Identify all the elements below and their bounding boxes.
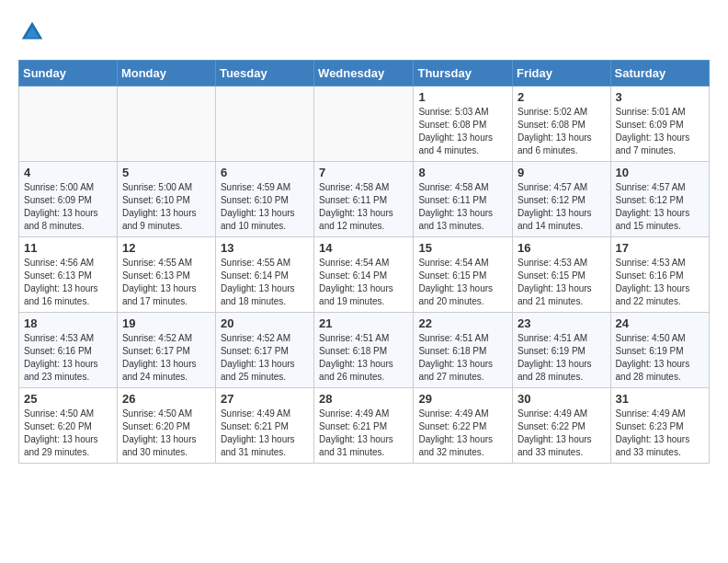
day-number: 9: [518, 166, 606, 179]
day-number: 29: [418, 392, 507, 406]
calendar-cell: 30Sunrise: 4:49 AM Sunset: 6:22 PM Dayli…: [513, 388, 611, 464]
day-info: Sunrise: 4:53 AM Sunset: 6:15 PM Dayligh…: [518, 257, 606, 308]
calendar-week-row: 1Sunrise: 5:03 AM Sunset: 6:08 PM Daylig…: [19, 86, 710, 162]
day-info: Sunrise: 4:49 AM Sunset: 6:21 PM Dayligh…: [221, 408, 309, 459]
calendar-cell: 8Sunrise: 4:58 AM Sunset: 6:11 PM Daylig…: [414, 162, 513, 237]
day-info: Sunrise: 4:49 AM Sunset: 6:22 PM Dayligh…: [518, 408, 606, 459]
day-info: Sunrise: 4:51 AM Sunset: 6:19 PM Dayligh…: [518, 332, 606, 384]
calendar-cell: 4Sunrise: 5:00 AM Sunset: 6:09 PM Daylig…: [19, 162, 118, 237]
calendar-week-row: 4Sunrise: 5:00 AM Sunset: 6:09 PM Daylig…: [19, 162, 710, 237]
day-info: Sunrise: 4:49 AM Sunset: 6:22 PM Dayligh…: [418, 408, 507, 459]
day-number: 27: [221, 392, 309, 406]
calendar-cell: 25Sunrise: 4:50 AM Sunset: 6:20 PM Dayli…: [19, 388, 118, 464]
day-number: 2: [518, 90, 606, 104]
day-number: 24: [616, 316, 704, 330]
calendar-cell: 5Sunrise: 5:00 AM Sunset: 6:10 PM Daylig…: [117, 162, 215, 237]
day-number: 22: [418, 316, 507, 330]
day-number: 7: [319, 166, 408, 179]
day-number: 1: [418, 90, 507, 104]
calendar-cell: 11Sunrise: 4:56 AM Sunset: 6:13 PM Dayli…: [19, 237, 118, 313]
calendar-cell: 17Sunrise: 4:53 AM Sunset: 6:16 PM Dayli…: [610, 237, 709, 313]
day-info: Sunrise: 5:02 AM Sunset: 6:08 PM Dayligh…: [518, 106, 606, 157]
calendar-cell: 3Sunrise: 5:01 AM Sunset: 6:09 PM Daylig…: [610, 86, 709, 162]
calendar-cell: 23Sunrise: 4:51 AM Sunset: 6:19 PM Dayli…: [513, 313, 611, 388]
calendar-cell: 15Sunrise: 4:54 AM Sunset: 6:15 PM Dayli…: [414, 237, 513, 313]
calendar-cell: 14Sunrise: 4:54 AM Sunset: 6:14 PM Dayli…: [314, 237, 414, 313]
day-number: 16: [518, 241, 606, 255]
day-info: Sunrise: 5:00 AM Sunset: 6:10 PM Dayligh…: [122, 181, 210, 233]
day-info: Sunrise: 4:52 AM Sunset: 6:17 PM Dayligh…: [122, 332, 210, 384]
day-info: Sunrise: 4:58 AM Sunset: 6:11 PM Dayligh…: [319, 181, 408, 233]
day-info: Sunrise: 4:50 AM Sunset: 6:20 PM Dayligh…: [24, 408, 112, 459]
day-number: 13: [221, 241, 309, 255]
calendar-cell: 29Sunrise: 4:49 AM Sunset: 6:22 PM Dayli…: [414, 388, 513, 464]
day-number: 26: [122, 392, 210, 406]
day-number: 23: [518, 316, 606, 330]
day-number: 20: [221, 316, 309, 330]
day-number: 12: [122, 241, 210, 255]
calendar-week-row: 25Sunrise: 4:50 AM Sunset: 6:20 PM Dayli…: [19, 388, 710, 464]
day-info: Sunrise: 4:59 AM Sunset: 6:10 PM Dayligh…: [221, 181, 309, 233]
day-info: Sunrise: 4:54 AM Sunset: 6:15 PM Dayligh…: [418, 257, 507, 308]
day-info: Sunrise: 4:49 AM Sunset: 6:21 PM Dayligh…: [319, 408, 408, 459]
calendar-cell: 26Sunrise: 4:50 AM Sunset: 6:20 PM Dayli…: [117, 388, 215, 464]
calendar-cell: 2Sunrise: 5:02 AM Sunset: 6:08 PM Daylig…: [513, 86, 611, 162]
day-of-week-header: Monday: [117, 61, 215, 86]
calendar-cell: 1Sunrise: 5:03 AM Sunset: 6:08 PM Daylig…: [414, 86, 513, 162]
calendar-cell: 31Sunrise: 4:49 AM Sunset: 6:23 PM Dayli…: [610, 388, 709, 464]
calendar-cell: 16Sunrise: 4:53 AM Sunset: 6:15 PM Dayli…: [513, 237, 611, 313]
day-number: 6: [221, 166, 309, 179]
day-of-week-header: Wednesday: [314, 61, 414, 86]
calendar-cell: 24Sunrise: 4:50 AM Sunset: 6:19 PM Dayli…: [610, 313, 709, 388]
page-header: [18, 18, 710, 46]
day-info: Sunrise: 5:00 AM Sunset: 6:09 PM Dayligh…: [24, 181, 112, 233]
calendar-cell: [117, 86, 215, 162]
calendar-cell: 13Sunrise: 4:55 AM Sunset: 6:14 PM Dayli…: [215, 237, 313, 313]
day-info: Sunrise: 4:53 AM Sunset: 6:16 PM Dayligh…: [616, 257, 704, 308]
day-number: 30: [518, 392, 606, 406]
calendar-cell: 12Sunrise: 4:55 AM Sunset: 6:13 PM Dayli…: [117, 237, 215, 313]
day-of-week-header: Thursday: [414, 61, 513, 86]
calendar-cell: 21Sunrise: 4:51 AM Sunset: 6:18 PM Dayli…: [314, 313, 414, 388]
calendar-cell: 22Sunrise: 4:51 AM Sunset: 6:18 PM Dayli…: [414, 313, 513, 388]
calendar-cell: 28Sunrise: 4:49 AM Sunset: 6:21 PM Dayli…: [314, 388, 414, 464]
logo: [18, 18, 51, 46]
day-number: 5: [122, 166, 210, 179]
day-info: Sunrise: 4:49 AM Sunset: 6:23 PM Dayligh…: [616, 408, 704, 459]
day-number: 21: [319, 316, 408, 330]
day-of-week-header: Sunday: [19, 61, 118, 86]
calendar-cell: 9Sunrise: 4:57 AM Sunset: 6:12 PM Daylig…: [513, 162, 611, 237]
day-info: Sunrise: 4:50 AM Sunset: 6:19 PM Dayligh…: [616, 332, 704, 384]
day-of-week-header: Tuesday: [215, 61, 313, 86]
day-info: Sunrise: 4:57 AM Sunset: 6:12 PM Dayligh…: [518, 181, 606, 233]
day-number: 31: [616, 392, 704, 406]
day-number: 11: [24, 241, 112, 255]
day-info: Sunrise: 5:03 AM Sunset: 6:08 PM Dayligh…: [418, 106, 507, 157]
calendar-cell: 7Sunrise: 4:58 AM Sunset: 6:11 PM Daylig…: [314, 162, 414, 237]
day-info: Sunrise: 4:56 AM Sunset: 6:13 PM Dayligh…: [24, 257, 112, 308]
calendar-cell: 27Sunrise: 4:49 AM Sunset: 6:21 PM Dayli…: [215, 388, 313, 464]
day-info: Sunrise: 5:01 AM Sunset: 6:09 PM Dayligh…: [616, 106, 704, 157]
calendar-cell: 18Sunrise: 4:53 AM Sunset: 6:16 PM Dayli…: [19, 313, 118, 388]
day-info: Sunrise: 4:55 AM Sunset: 6:13 PM Dayligh…: [122, 257, 210, 308]
day-info: Sunrise: 4:52 AM Sunset: 6:17 PM Dayligh…: [221, 332, 309, 384]
day-info: Sunrise: 4:57 AM Sunset: 6:12 PM Dayligh…: [616, 181, 704, 233]
day-number: 15: [418, 241, 507, 255]
day-number: 14: [319, 241, 408, 255]
day-number: 4: [24, 166, 112, 179]
calendar-week-row: 18Sunrise: 4:53 AM Sunset: 6:16 PM Dayli…: [19, 313, 710, 388]
day-info: Sunrise: 4:53 AM Sunset: 6:16 PM Dayligh…: [24, 332, 112, 384]
calendar-table: SundayMondayTuesdayWednesdayThursdayFrid…: [18, 60, 710, 464]
day-info: Sunrise: 4:51 AM Sunset: 6:18 PM Dayligh…: [418, 332, 507, 384]
calendar-cell: [19, 86, 118, 162]
day-info: Sunrise: 4:51 AM Sunset: 6:18 PM Dayligh…: [319, 332, 408, 384]
day-number: 28: [319, 392, 408, 406]
day-number: 3: [616, 90, 704, 104]
day-number: 18: [24, 316, 112, 330]
day-info: Sunrise: 4:54 AM Sunset: 6:14 PM Dayligh…: [319, 257, 408, 308]
day-number: 19: [122, 316, 210, 330]
calendar-cell: 19Sunrise: 4:52 AM Sunset: 6:17 PM Dayli…: [117, 313, 215, 388]
calendar-cell: 10Sunrise: 4:57 AM Sunset: 6:12 PM Dayli…: [610, 162, 709, 237]
day-number: 25: [24, 392, 112, 406]
day-number: 8: [418, 166, 507, 179]
